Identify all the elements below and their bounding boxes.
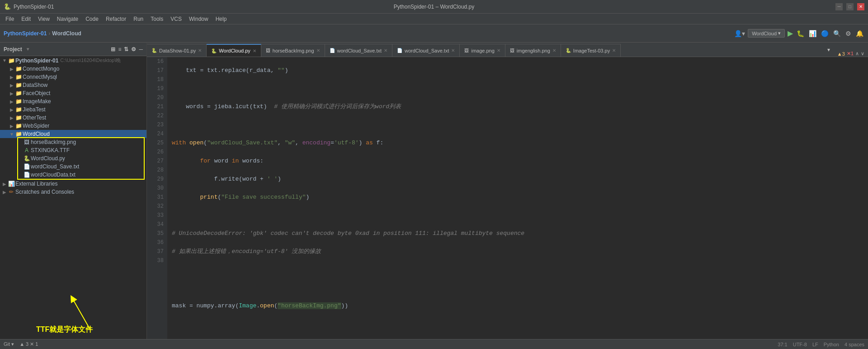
code-line-16: txt = txt.replace(r_data, ""): [172, 66, 863, 75]
code-line-18: words = jieba.lcut(txt) # 使用精确分词模式进行分词后保…: [172, 102, 863, 111]
tab-wordcloudsavetxt2[interactable]: 📄 wordCloud_Save.txt ✕: [392, 44, 460, 57]
nav-up-icon[interactable]: ∧: [855, 51, 859, 57]
tab-label-imgtest: ImageTest-03.py: [573, 48, 610, 53]
label-faceobject: FaceObject: [23, 90, 50, 96]
tree-item-imagemake[interactable]: ▶ 📁 ImageMake: [0, 97, 146, 105]
menu-item-run[interactable]: Run: [130, 14, 147, 24]
code-line-20: with open("wordCloud_Save.txt", "w", enc…: [172, 139, 863, 148]
tab-close-imgtest[interactable]: ✕: [612, 48, 616, 53]
title-bar-right: ─ □ ✕: [835, 3, 864, 10]
run-button[interactable]: ▶: [788, 29, 793, 38]
menu-item-code[interactable]: Code: [82, 14, 102, 24]
search-icon[interactable]: 🔍: [832, 29, 842, 38]
tree-item-scratches[interactable]: ▶ ✏ Scratches and Consoles: [0, 188, 146, 196]
avatar-icon[interactable]: 👤▾: [734, 30, 745, 37]
profile-button[interactable]: 📊: [808, 29, 817, 38]
tab-close-horsebackimg[interactable]: ✕: [316, 48, 320, 53]
tab-imagetest[interactable]: 🐍 ImageTest-03.py ✕: [561, 44, 621, 57]
tree-item-horsebackimg[interactable]: ▶ 🖼 horseBackImg.png: [0, 138, 146, 146]
arrow-wordcloud: ▼: [9, 132, 14, 137]
sidebar-close-icon[interactable]: ─: [139, 46, 143, 53]
collapse-icon[interactable]: ≡: [118, 46, 121, 53]
warning-count: ▲3: [837, 51, 845, 57]
arrow-imagemake: ▶: [9, 99, 14, 104]
menu-item-vcs[interactable]: VCS: [167, 14, 185, 24]
tree-item-datashow[interactable]: ▶ 📁 DataShow: [0, 81, 146, 89]
sidebar-settings-icon[interactable]: ⚙: [131, 46, 136, 53]
arrow-connectmongo: ▶: [9, 67, 14, 72]
menu-item-tools[interactable]: Tools: [147, 14, 167, 24]
folder-imagemake-icon: 📁: [14, 98, 23, 105]
tree-label-root: PythonSpider-01: [15, 57, 58, 64]
tab-close-datashow[interactable]: ✕: [198, 48, 202, 53]
maximize-button[interactable]: □: [846, 3, 854, 10]
tree-item-extlibs[interactable]: ▶ 📊 External Libraries: [0, 180, 146, 188]
file-tree: ▼ 📁 PythonSpider-01 C:\Users\16204\Deskt…: [0, 56, 146, 285]
coverage-button[interactable]: 🔵: [820, 29, 830, 38]
nav-down-icon[interactable]: ∨: [861, 51, 864, 57]
window-title: PythonSpider-01 – WordCloud.py: [394, 4, 475, 10]
tab-icon-imgen: 🖼: [510, 48, 514, 53]
tab-close-wordcloud[interactable]: ✕: [253, 48, 256, 53]
tree-item-webspider[interactable]: ▶ 📁 WebSpider: [0, 122, 146, 130]
close-button[interactable]: ✕: [857, 3, 864, 10]
toolbar: PythonSpider-01 › WordCloud 👤▾ WordCloud…: [0, 24, 868, 43]
tab-icon-imgtest: 🐍: [566, 48, 571, 53]
arrow-jiebatest: ▶: [9, 107, 14, 112]
tab-wordcloud[interactable]: 🐍 WordCloud.py ✕: [207, 44, 261, 57]
label-wordclouddata: wordCloudData.txt: [31, 172, 75, 178]
tab-close-img[interactable]: ✕: [497, 48, 500, 53]
app-name: PythonSpider-01: [14, 4, 54, 10]
tree-item-root[interactable]: ▼ 📁 PythonSpider-01 C:\Users\16204\Deskt…: [0, 56, 146, 65]
menu-bar: FileEditViewNavigateCodeRefactorRunTools…: [0, 14, 868, 24]
tree-item-stxingka[interactable]: ▶ A STXINGKA.TTF: [0, 146, 146, 154]
sort-icon[interactable]: ⇅: [124, 46, 128, 53]
minimize-button[interactable]: ─: [835, 3, 843, 10]
settings-icon[interactable]: ⚙: [844, 29, 852, 38]
tab-label-datashow: DataShow-01.py: [159, 48, 196, 53]
tab-label-wcs: wordCloud_Save.txt: [337, 48, 382, 53]
arrow-webspider: ▶: [9, 124, 14, 129]
tab-imgenglish[interactable]: 🖼 imgenglish.png ✕: [505, 44, 561, 57]
header-dropdown-icon[interactable]: ▼: [26, 47, 30, 52]
tab-label-wordcloud: WordCloud.py: [219, 48, 250, 53]
tab-close-wcs2[interactable]: ✕: [451, 48, 455, 53]
menu-item-view[interactable]: View: [34, 14, 53, 24]
project-name[interactable]: PythonSpider-01: [4, 30, 47, 37]
menu-item-edit[interactable]: Edit: [18, 14, 34, 24]
tab-close-imgen[interactable]: ✕: [552, 48, 556, 53]
tab-imagepng[interactable]: 🖼 image.png ✕: [460, 44, 505, 57]
tabs-more-button[interactable]: ▾: [824, 47, 834, 53]
menu-item-help[interactable]: Help: [212, 14, 231, 24]
tree-item-wordcloud[interactable]: ▼ 📁 WordCloud: [0, 130, 146, 138]
menu-item-refactor[interactable]: Refactor: [102, 14, 130, 24]
tree-item-wordcloudpy[interactable]: ▶ 🐍 WordCloud.py: [0, 154, 146, 163]
tree-item-faceobject[interactable]: ▶ 📁 FaceObject: [0, 89, 146, 97]
annotation-text: TTF就是字体文件: [36, 325, 93, 335]
tree-item-othertest[interactable]: ▶ 📁 OtherTest: [0, 114, 146, 122]
tab-datashow[interactable]: 🐍 DataShow-01.py ✕: [147, 44, 207, 57]
menu-item-file[interactable]: File: [2, 14, 18, 24]
notifications-icon[interactable]: 🔔: [855, 29, 864, 38]
tab-horsebackimg[interactable]: 🖼 horseBackImg.png ✕: [261, 44, 325, 57]
code-content[interactable]: txt = txt.replace(r_data, "") words = ji…: [167, 57, 868, 339]
image-icon: 🖼: [23, 139, 31, 145]
code-line-21: for word in words:: [172, 157, 863, 166]
tree-item-wordcloudsave[interactable]: ▶ 📄 wordCloud_Save.txt: [0, 163, 146, 171]
tree-item-jiebatest[interactable]: ▶ 📁 JiebaTest: [0, 105, 146, 114]
debug-button[interactable]: 🐛: [796, 29, 805, 38]
add-icon[interactable]: ⊞: [111, 46, 115, 53]
line-sep: LF: [812, 342, 818, 347]
main-area: Project ▼ ⊞ ≡ ⇅ ⚙ ─ ▼ 📁 PythonSpider-01 …: [0, 43, 868, 339]
tree-item-connectmysql[interactable]: ▶ 📁 ConnectMysql: [0, 73, 146, 81]
code-area[interactable]: 16 17 18 19 20 21 22 23 24 25 26 27 28 2…: [147, 57, 868, 339]
tree-item-wordclouddata[interactable]: ▶ 📄 wordCloudData.txt: [0, 171, 146, 180]
menu-item-window[interactable]: Window: [185, 14, 212, 24]
menu-item-navigate[interactable]: Navigate: [53, 14, 82, 24]
folder-name[interactable]: WordCloud: [52, 30, 81, 37]
tab-wordcloudsavetxt[interactable]: 📄 wordCloud_Save.txt ✕: [325, 44, 392, 57]
tab-icon-horsebackimg: 🖼: [266, 48, 270, 53]
wordcloud-dropdown[interactable]: WordCloud ▾: [748, 29, 785, 38]
tree-item-connectmongo[interactable]: ▶ 📁 ConnectMongo: [0, 65, 146, 73]
tab-close-wcs[interactable]: ✕: [384, 48, 387, 53]
